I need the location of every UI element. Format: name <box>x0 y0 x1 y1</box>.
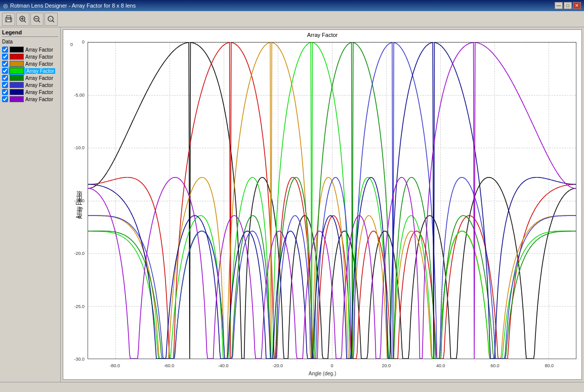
x-tick-label: 20.0 <box>382 363 391 368</box>
legend-label-8: Array Factor <box>25 97 53 102</box>
list-item: Array Factor <box>2 68 58 74</box>
x-tick-label: 60.0 <box>490 363 499 368</box>
legend-panel: Legend Data Array Factor Array Factor Ar… <box>0 27 61 382</box>
legend-checkbox-5[interactable] <box>2 75 8 81</box>
curve-group <box>88 42 576 359</box>
chart-title: Array Factor <box>63 30 581 39</box>
toolbar: + <box>0 11 584 27</box>
svg-rect-2 <box>7 20 11 22</box>
legend-label-3: Array Factor <box>25 61 53 67</box>
x-tick-label: -60.0 <box>164 363 175 368</box>
legend-checkbox-6[interactable] <box>2 82 8 88</box>
title-bar: ◎ Rotman Lens Designer - Array Factor fo… <box>0 0 584 11</box>
zoom-fit-button[interactable]: + <box>45 13 58 26</box>
chart-svg <box>88 42 576 359</box>
svg-line-9 <box>38 20 40 22</box>
legend-label-6: Array Factor <box>25 82 53 88</box>
list-item: Array Factor <box>2 96 58 102</box>
title-bar-controls: — □ ✕ <box>555 2 581 9</box>
y-axis-label: Array Factor <box>75 191 81 219</box>
svg-text:+: + <box>50 17 52 20</box>
x-tick-label: -20.0 <box>272 363 283 368</box>
y-tick-label: -20.0 <box>74 251 85 256</box>
legend-title: Legend <box>2 29 58 37</box>
legend-color-6 <box>10 82 24 88</box>
zoom-out-icon <box>33 15 41 23</box>
minimize-button[interactable]: — <box>555 2 563 9</box>
y-tick-label: 0 <box>82 39 85 45</box>
y-tick-label: -10.0 <box>74 145 85 150</box>
main-area: Legend Data Array Factor Array Factor Ar… <box>0 27 584 382</box>
legend-label-7: Array Factor <box>25 90 53 95</box>
zoom-out-button[interactable] <box>30 13 44 26</box>
legend-checkbox-3[interactable] <box>2 61 8 67</box>
svg-line-12 <box>53 20 55 22</box>
app-icon: ◎ <box>3 3 8 9</box>
zoom-in-button[interactable] <box>16 13 29 26</box>
x-tick-label: -40.0 <box>218 363 229 368</box>
legend-label-1: Array Factor <box>25 47 53 53</box>
status-bar <box>0 382 584 392</box>
legend-checkbox-2[interactable] <box>2 54 8 60</box>
print-icon <box>5 15 13 23</box>
x-axis-label: Angle (deg.) <box>309 371 336 376</box>
y-tick-label: -30.0 <box>74 357 85 362</box>
x-tick-label: -80.0 <box>109 363 120 368</box>
zoom-in-icon <box>19 15 27 23</box>
list-item: Array Factor <box>2 61 58 67</box>
window-title: Rotman Lens Designer - Array Factor for … <box>10 3 136 9</box>
list-item: Array Factor <box>2 54 58 60</box>
svg-line-5 <box>24 20 26 22</box>
title-bar-left: ◎ Rotman Lens Designer - Array Factor fo… <box>3 3 136 9</box>
y-tick-label: -25.0 <box>74 304 85 309</box>
zoom-fit-icon: + <box>47 15 55 23</box>
legend-checkbox-7[interactable] <box>2 89 8 95</box>
print-button[interactable] <box>2 13 15 26</box>
legend-checkbox-4[interactable] <box>2 68 8 74</box>
legend-color-4 <box>10 68 24 74</box>
x-tick-label: 0 <box>330 363 333 368</box>
list-item: Array Factor <box>2 75 58 81</box>
legend-label-4: Array Factor <box>25 68 55 74</box>
y-tick-label: -5.00 <box>74 93 85 98</box>
chart-plot-area <box>88 42 576 359</box>
svg-point-3 <box>10 18 11 19</box>
list-item: Array Factor <box>2 89 58 95</box>
legend-label-5: Array Factor <box>25 75 53 81</box>
legend-section: Data <box>2 39 58 45</box>
x-tick-label: 80.0 <box>545 363 554 368</box>
legend-color-3 <box>10 61 24 67</box>
maximize-button[interactable]: □ <box>564 2 572 9</box>
list-item: Array Factor <box>2 82 58 88</box>
legend-color-7 <box>10 89 24 95</box>
x-tick-label: 40.0 <box>436 363 445 368</box>
grid-h-6 <box>88 359 576 359</box>
legend-checkbox-1[interactable] <box>2 47 8 53</box>
y-tick-0: 0 <box>70 42 73 47</box>
legend-color-1 <box>10 47 24 53</box>
legend-color-2 <box>10 54 24 60</box>
legend-checkbox-8[interactable] <box>2 96 8 102</box>
close-button[interactable]: ✕ <box>573 2 581 9</box>
list-item: Array Factor <box>2 47 58 53</box>
legend-label-2: Array Factor <box>25 54 53 60</box>
legend-color-8 <box>10 96 24 102</box>
legend-color-5 <box>10 75 24 81</box>
chart-area: Array Factor Array Factor <box>63 29 582 380</box>
